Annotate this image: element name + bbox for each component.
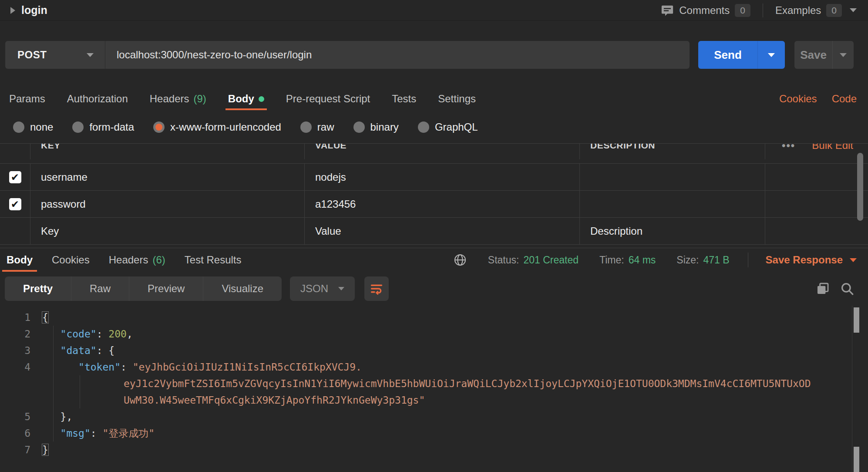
caret-down-icon	[840, 53, 847, 57]
table-row-empty: Key Value Description	[0, 218, 868, 245]
time-readout: Time: 64 ms	[599, 254, 656, 266]
key-cell-placeholder[interactable]: Key	[30, 218, 305, 244]
editor-scrollbar-thumb[interactable]	[854, 307, 859, 333]
view-raw[interactable]: Raw	[71, 276, 129, 301]
tab-params[interactable]: Params	[8, 87, 46, 111]
word-wrap-icon	[369, 281, 384, 296]
table-header-row: KEY VALUE DESCRIPTION ••• Bulk Edit	[0, 144, 868, 164]
tab-headers[interactable]: Headers(9)	[149, 87, 207, 111]
tab-pre-request-script[interactable]: Pre-request Script	[285, 87, 371, 111]
caret-down-icon	[850, 258, 857, 262]
more-options-icon[interactable]: •••	[782, 144, 795, 152]
radio-selected-icon	[153, 121, 165, 133]
tab-tests[interactable]: Tests	[391, 87, 417, 111]
comments-button[interactable]: Comments 0	[661, 4, 750, 17]
view-pretty[interactable]: Pretty	[5, 276, 71, 301]
search-response-button[interactable]	[838, 279, 857, 298]
copy-response-button[interactable]	[813, 279, 832, 298]
radio-icon	[13, 121, 24, 133]
comment-bubble-icon	[661, 4, 674, 17]
table-row: ✔ username nodejs	[0, 164, 868, 191]
view-preview[interactable]: Preview	[129, 276, 203, 301]
disclosure-triangle-icon[interactable]	[10, 7, 15, 14]
radio-icon	[300, 121, 312, 133]
editor-scrollbar-thumb[interactable]	[854, 447, 859, 472]
examples-count-badge: 0	[826, 4, 842, 17]
table-row: ✔ password a123456	[0, 191, 868, 218]
send-options-caret[interactable]	[758, 41, 785, 69]
indent-guide	[53, 326, 54, 442]
urlencoded-params-table: KEY VALUE DESCRIPTION ••• Bulk Edit ✔ us…	[0, 143, 868, 245]
language-label: JSON	[300, 283, 328, 295]
bulk-edit-link[interactable]: Bulk Edit	[812, 144, 853, 152]
caret-down-icon	[338, 287, 344, 290]
tab-body[interactable]: Body	[227, 87, 265, 111]
request-name: login	[21, 4, 47, 17]
body-type-none[interactable]: none	[13, 121, 53, 133]
params-scrollbar-thumb[interactable]	[857, 153, 863, 221]
view-visualize[interactable]: Visualize	[203, 276, 282, 301]
description-cell[interactable]	[580, 191, 765, 217]
examples-label: Examples	[775, 4, 821, 17]
response-headers-count: (6)	[152, 254, 165, 266]
radio-icon	[418, 121, 429, 133]
row-checkbox[interactable]: ✔	[9, 171, 21, 183]
url-input[interactable]	[105, 41, 690, 69]
request-builder-row: POST Send Save	[0, 41, 868, 69]
status-readout: Status: 201 Created	[488, 254, 579, 266]
body-type-x-www-form-urlencoded[interactable]: x-www-form-urlencoded	[153, 121, 281, 133]
status-value: 201 Created	[523, 254, 579, 266]
copy-icon	[815, 281, 830, 296]
request-title[interactable]: login	[10, 4, 47, 17]
response-tab-headers[interactable]: Headers(6)	[109, 248, 165, 272]
json-response-body: 1{2"code": 200,3"data": {4"token": "eyJh…	[0, 309, 868, 458]
cookies-link[interactable]: Cookies	[779, 87, 817, 111]
save-button-label[interactable]: Save	[794, 41, 833, 69]
send-button[interactable]: Send	[698, 41, 785, 69]
response-tab-cookies[interactable]: Cookies	[52, 248, 90, 272]
examples-button[interactable]: Examples 0	[775, 4, 857, 17]
tab-settings[interactable]: Settings	[437, 87, 477, 111]
response-tab-test-results[interactable]: Test Results	[185, 248, 242, 272]
save-response-button[interactable]: Save Response	[766, 254, 857, 266]
tab-authorization[interactable]: Authorization	[66, 87, 129, 111]
row-checkbox[interactable]: ✔	[9, 198, 21, 210]
meta-divider	[748, 253, 748, 267]
editor-scroll-track	[852, 306, 852, 472]
request-title-bar: login Comments 0 Examples 0	[0, 0, 868, 21]
comments-count-badge: 0	[735, 4, 750, 17]
method-selector[interactable]: POST	[5, 41, 105, 69]
body-type-binary[interactable]: binary	[353, 121, 399, 133]
send-button-label[interactable]: Send	[698, 41, 758, 69]
time-value: 64 ms	[629, 254, 656, 266]
value-cell[interactable]: nodejs	[305, 164, 580, 190]
url-bar: POST	[5, 41, 690, 69]
word-wrap-button[interactable]	[364, 276, 389, 301]
response-editor[interactable]: 1{2"code": 200,3"data": {4"token": "eyJh…	[0, 306, 868, 472]
description-cell-placeholder[interactable]: Description	[580, 218, 765, 244]
value-cell[interactable]: a123456	[305, 191, 580, 217]
examples-caret-icon[interactable]	[850, 8, 857, 12]
body-type-form-data[interactable]: form-data	[72, 121, 134, 133]
size-value: 471 B	[703, 254, 729, 266]
response-header: Body Cookies Headers(6) Test Results Sta…	[0, 248, 868, 272]
code-link[interactable]: Code	[832, 87, 857, 111]
globe-icon[interactable]	[453, 253, 467, 267]
headers-count: (9)	[194, 93, 206, 105]
search-icon	[840, 281, 855, 296]
column-header-value: VALUE	[305, 144, 580, 159]
save-options-caret[interactable]	[833, 41, 854, 69]
key-cell[interactable]: username	[30, 164, 305, 190]
key-cell[interactable]: password	[30, 191, 305, 217]
response-tab-body[interactable]: Body	[7, 248, 33, 272]
body-type-graphql[interactable]: GraphQL	[418, 121, 478, 133]
language-dropdown[interactable]: JSON	[290, 276, 355, 301]
topbar-divider	[763, 3, 763, 17]
body-type-raw[interactable]: raw	[300, 121, 334, 133]
postman-window: login Comments 0 Examples 0 POST	[0, 0, 868, 472]
value-cell-placeholder[interactable]: Value	[305, 218, 580, 244]
description-cell[interactable]	[580, 164, 765, 190]
body-type-selector: none form-data x-www-form-urlencoded raw…	[0, 115, 868, 139]
radio-icon	[72, 121, 84, 133]
save-button[interactable]: Save	[794, 41, 854, 69]
